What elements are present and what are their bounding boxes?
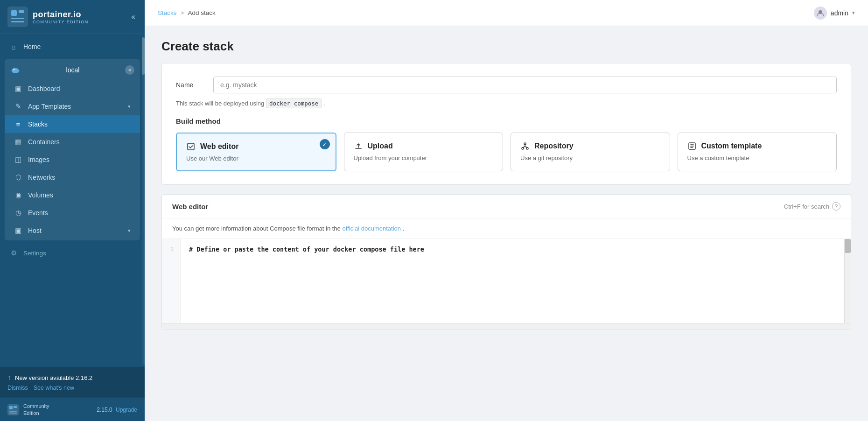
method-card-custom-template[interactable]: Custom template Use a custom template — [678, 133, 837, 171]
sidebar-item-label: Volumes — [28, 191, 131, 199]
editor-scrollbar[interactable] — [844, 239, 851, 323]
editor-section-title: Web editor — [172, 203, 208, 210]
sidebar-scroll-thumb — [142, 37, 145, 75]
sidebar-item-settings[interactable]: ⚙ Settings — [0, 244, 145, 262]
main-content: Stacks > Add stack admin ▾ Create stack … — [145, 0, 868, 421]
update-icon: ↑ — [7, 373, 11, 382]
whale-icon — [10, 65, 21, 75]
sidebar-item-stacks[interactable]: ≡ Stacks — [5, 115, 140, 133]
sidebar-logo: portainer.io COMMUNITY EDITION — [7, 7, 89, 27]
official-docs-link[interactable]: official documentation — [342, 225, 401, 232]
sidebar-item-dashboard[interactable]: ▣ Dashboard — [5, 80, 140, 98]
sidebar-item-label: Networks — [28, 174, 131, 181]
footer-edition-line1: Community — [23, 403, 49, 409]
sidebar-item-volumes[interactable]: ◉ Volumes — [5, 186, 140, 204]
sidebar-item-images[interactable]: ◫ Images — [5, 151, 140, 168]
editor-content-area[interactable]: # Define or paste the content of your do… — [181, 239, 844, 323]
method-card-desc: Use our Web editor — [186, 155, 326, 162]
sidebar: portainer.io COMMUNITY EDITION « ⌂ Home … — [0, 0, 145, 421]
svg-rect-11 — [9, 413, 17, 414]
sidebar-footer: Community Edition 2.15.0 Upgrade — [0, 398, 145, 421]
sidebar-logo-main: portainer.io — [33, 10, 89, 20]
see-whats-new-link[interactable]: See what's new — [34, 385, 74, 391]
sidebar-header: portainer.io COMMUNITY EDITION « — [0, 0, 145, 34]
footer-logo-icon — [7, 404, 19, 415]
host-icon: ▣ — [14, 226, 22, 235]
user-avatar-icon — [814, 7, 827, 20]
stacks-icon: ≡ — [14, 120, 22, 128]
svg-rect-3 — [11, 18, 24, 19]
editor-shortcut: Ctrl+F for search ? — [784, 202, 840, 210]
dashboard-icon: ▣ — [14, 84, 22, 93]
sidebar-item-label: Home — [23, 43, 135, 50]
chevron-down-icon: ▾ — [128, 228, 131, 234]
method-card-title: Custom template — [687, 141, 827, 151]
sidebar-item-label: Stacks — [28, 120, 131, 128]
selected-check-icon: ✓ — [320, 139, 330, 149]
footer-edition: Community Edition — [23, 403, 49, 416]
env-close-button[interactable]: × — [125, 65, 134, 75]
deploy-note-code: docker compose — [266, 98, 322, 108]
sidebar-nav: ⌂ Home local × ▣ Dashboard ✎ — [0, 34, 145, 367]
edit-icon — [186, 142, 196, 151]
editor-scrollbar-thumb — [845, 239, 851, 253]
method-card-upload[interactable]: Upload Upload from your computer — [344, 133, 504, 171]
deploy-note: This stack will be deployed using docker… — [176, 100, 837, 107]
sidebar-collapse-button[interactable]: « — [129, 11, 137, 23]
upload-icon — [354, 141, 363, 151]
env-header[interactable]: local × — [5, 60, 140, 80]
content-area: Create stack Name This stack will be dep… — [145, 26, 868, 421]
method-card-repository[interactable]: Repository Use a git repository — [511, 133, 670, 171]
sidebar-item-events[interactable]: ◷ Events — [5, 204, 140, 222]
repository-icon — [520, 141, 530, 151]
user-area[interactable]: admin ▾ — [814, 7, 855, 20]
editor-section: Web editor Ctrl+F for search ? You can g… — [161, 194, 851, 330]
editor-info: You can get more information about Compo… — [162, 218, 851, 239]
footer-version: 2.15.0 Upgrade — [97, 407, 137, 413]
sidebar-item-app-templates[interactable]: ✎ App Templates ▾ — [5, 98, 140, 115]
sidebar-item-label: Settings — [23, 250, 135, 257]
page-title: Create stack — [161, 39, 851, 54]
svg-rect-1 — [11, 10, 17, 16]
sidebar-item-label: Events — [28, 209, 131, 217]
sidebar-item-label: Images — [28, 156, 131, 163]
user-name: admin — [831, 9, 848, 17]
sidebar-item-containers[interactable]: ▦ Containers — [5, 133, 140, 151]
method-card-desc: Use a git repository — [520, 154, 660, 161]
method-card-title: Repository — [520, 141, 660, 151]
home-icon: ⌂ — [9, 42, 18, 51]
build-method-label: Build method — [176, 117, 837, 125]
settings-icon: ⚙ — [9, 249, 18, 257]
method-card-title: Web editor — [186, 142, 326, 151]
chevron-down-icon: ▾ — [128, 104, 131, 110]
images-icon: ◫ — [14, 155, 22, 164]
method-card-web-editor[interactable]: Web editor Use our Web editor ✓ — [176, 133, 336, 171]
env-section: local × ▣ Dashboard ✎ App Templates ▾ ≡ … — [5, 59, 140, 240]
sidebar-logo-text: portainer.io COMMUNITY EDITION — [33, 10, 89, 24]
svg-rect-4 — [11, 21, 24, 22]
sidebar-item-label: Host — [28, 227, 122, 234]
volumes-icon: ◉ — [14, 191, 22, 199]
sidebar-item-host[interactable]: ▣ Host ▾ — [5, 222, 140, 239]
method-cards: Web editor Use our Web editor ✓ Upload U… — [176, 133, 837, 171]
sidebar-item-home[interactable]: ⌂ Home — [0, 38, 145, 56]
sidebar-item-label: Dashboard — [28, 85, 131, 92]
name-label: Name — [176, 81, 204, 89]
dismiss-link[interactable]: Dismiss — [7, 385, 28, 391]
editor-bottom-scrollbar[interactable] — [162, 323, 851, 330]
svg-rect-8 — [9, 406, 13, 409]
svg-point-6 — [13, 69, 15, 70]
breadcrumb-stacks[interactable]: Stacks — [158, 9, 177, 16]
sidebar-logo-sub: COMMUNITY EDITION — [33, 20, 89, 24]
editor-body: 1 # Define or paste the content of your … — [162, 239, 851, 323]
sidebar-item-networks[interactable]: ⬡ Networks — [5, 168, 140, 186]
name-input[interactable] — [213, 77, 837, 93]
update-actions: Dismiss See what's new — [7, 385, 137, 391]
create-stack-card: Name This stack will be deployed using d… — [161, 63, 851, 185]
upgrade-link[interactable]: Upgrade — [116, 407, 137, 413]
svg-rect-7 — [7, 404, 19, 415]
method-card-title: Upload — [354, 141, 494, 151]
breadcrumb-current: Add stack — [188, 9, 215, 16]
events-icon: ◷ — [14, 209, 22, 217]
line-numbers: 1 — [162, 239, 181, 323]
